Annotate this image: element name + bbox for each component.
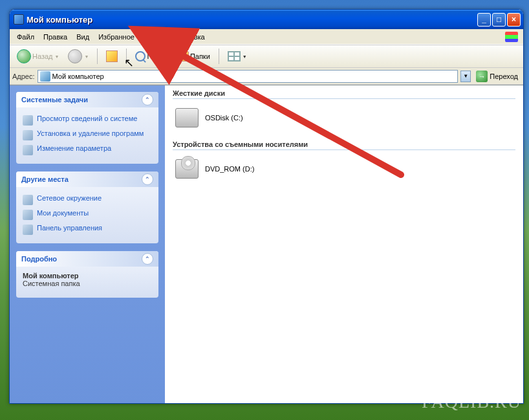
panel-title: Другие места <box>21 175 69 183</box>
drive-c[interactable]: OSDisk (C:) <box>173 105 515 130</box>
content-area: Системные задачи ⌃ Просмотр сведений о с… <box>10 85 523 403</box>
programs-icon <box>23 130 33 140</box>
menu-tools[interactable]: Сервис <box>139 31 173 43</box>
back-button[interactable]: Назад ▼ <box>14 47 62 65</box>
menu-file[interactable]: Файл <box>12 31 39 43</box>
drive-label: OSDisk (C:) <box>205 114 243 122</box>
address-input[interactable]: Мой компьютер <box>38 70 459 83</box>
explorer-window: Мой компьютер _ □ × Файл Правка Вид Избр… <box>9 9 524 404</box>
drive-label: DVD_ROM (D:) <box>205 165 254 173</box>
watermark: FAQLIB.RU <box>422 392 521 412</box>
address-bar: Адрес: Мой компьютер ▼ → Переход <box>10 68 523 85</box>
app-icon <box>14 14 24 25</box>
group-removable: Устройства со съемными носителями DVD_RO… <box>173 140 515 181</box>
separator <box>126 49 127 64</box>
place-network[interactable]: Сетевое окружение <box>23 192 152 207</box>
menu-favorites[interactable]: Избранное <box>94 31 139 43</box>
documents-icon <box>23 210 33 220</box>
maximize-button[interactable]: □ <box>492 13 506 27</box>
panel-header[interactable]: Другие места ⌃ <box>16 171 158 187</box>
menu-edit[interactable]: Правка <box>39 31 72 43</box>
minimize-button[interactable]: _ <box>477 13 491 27</box>
folders-label: Папки <box>190 52 210 60</box>
search-icon <box>135 51 146 61</box>
panel-system-tasks: Системные задачи ⌃ Просмотр сведений о с… <box>16 92 158 164</box>
task-add-remove[interactable]: Установка и удаление программ <box>23 127 152 142</box>
place-documents[interactable]: Мои документы <box>23 207 152 222</box>
search-button[interactable]: Поиск <box>132 49 169 63</box>
settings-icon <box>23 145 33 155</box>
toolbar: Назад ▼ ▼ Поиск Папки ▼ <box>10 45 523 68</box>
titlebar[interactable]: Мой компьютер _ □ × <box>10 10 523 29</box>
menubar: Файл Правка Вид Избранное Сервис Справка <box>10 29 523 45</box>
task-change-setting[interactable]: Изменение параметра <box>23 142 152 157</box>
folder-up-icon <box>106 50 118 62</box>
dvd-icon <box>175 159 199 179</box>
panel-header[interactable]: Системные задачи ⌃ <box>16 92 158 107</box>
drive-d[interactable]: DVD_ROM (D:) <box>173 157 515 181</box>
address-label: Адрес: <box>12 72 35 80</box>
views-icon <box>228 51 241 61</box>
collapse-icon[interactable]: ⌃ <box>142 253 153 265</box>
separator <box>219 49 219 64</box>
up-button[interactable] <box>103 49 121 64</box>
group-hard-disks: Жесткие диски OSDisk (C:) <box>173 89 515 130</box>
address-text: Мой компьютер <box>52 72 104 80</box>
search-label: Поиск <box>147 52 166 60</box>
collapse-icon[interactable]: ⌃ <box>142 94 153 105</box>
details-name: Мой компьютер <box>23 272 152 280</box>
panel-title: Подробно <box>21 255 57 263</box>
chevron-down-icon: ▼ <box>55 54 59 59</box>
go-icon: → <box>476 71 488 82</box>
panel-header[interactable]: Подробно ⌃ <box>16 251 158 267</box>
computer-icon <box>40 71 50 82</box>
window-title: Мой компьютер <box>27 15 476 25</box>
panel-title: Системные задачи <box>21 96 88 104</box>
forward-icon <box>68 49 82 63</box>
details-type: Системная папка <box>23 280 152 287</box>
tasks-sidebar: Системные задачи ⌃ Просмотр сведений о с… <box>10 85 165 403</box>
back-icon <box>17 49 31 63</box>
separator <box>97 49 98 64</box>
network-icon <box>23 195 33 205</box>
info-icon <box>23 115 33 126</box>
file-view[interactable]: Жесткие диски OSDisk (C:) Устройства со … <box>165 85 523 403</box>
menu-help[interactable]: Справка <box>173 31 210 43</box>
collapse-icon[interactable]: ⌃ <box>142 173 153 185</box>
views-button[interactable]: ▼ <box>224 49 250 63</box>
group-header: Жесткие диски <box>173 89 515 99</box>
panel-other-places: Другие места ⌃ Сетевое окружение Мои док… <box>16 171 158 243</box>
folder-icon <box>176 51 189 61</box>
close-button[interactable]: × <box>507 13 521 27</box>
control-panel-icon <box>23 225 33 235</box>
chevron-down-icon: ▼ <box>243 54 247 59</box>
windows-flag-icon <box>505 32 518 42</box>
go-label: Переход <box>490 72 518 80</box>
address-dropdown[interactable]: ▼ <box>460 71 471 82</box>
folders-button[interactable]: Папки <box>173 49 213 63</box>
forward-button[interactable]: ▼ <box>65 47 92 65</box>
menu-view[interactable]: Вид <box>72 31 94 43</box>
hdd-icon <box>175 108 199 127</box>
go-button[interactable]: → Переход <box>473 69 521 83</box>
panel-details: Подробно ⌃ Мой компьютер Системная папка <box>16 251 158 298</box>
back-label: Назад <box>32 52 53 60</box>
place-control-panel[interactable]: Панель управления <box>23 222 152 237</box>
task-system-info[interactable]: Просмотр сведений о системе <box>23 113 152 127</box>
chevron-down-icon: ▼ <box>84 54 89 59</box>
group-header: Устройства со съемными носителями <box>173 140 515 150</box>
